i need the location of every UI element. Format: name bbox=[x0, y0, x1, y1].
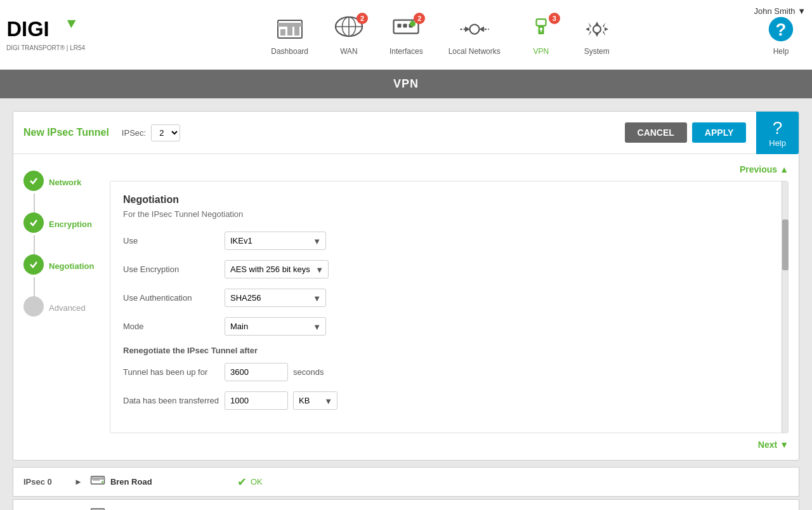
scrollbar-track[interactable] bbox=[782, 181, 788, 433]
step-network: Network bbox=[23, 171, 100, 213]
help-side-label: Help bbox=[769, 138, 786, 148]
item-icon-0 bbox=[90, 474, 105, 490]
use-label: Use bbox=[123, 236, 225, 245]
next-bar: Next ▼ bbox=[110, 440, 789, 450]
nav-item-dashboard[interactable]: Dashboard bbox=[261, 11, 318, 59]
nav-item-wan[interactable]: 2 WAN bbox=[324, 11, 374, 59]
use-select[interactable]: IKEv1 IKEv2 bbox=[225, 232, 326, 250]
step-label-network: Network bbox=[49, 178, 81, 187]
previous-button[interactable]: Previous ▲ bbox=[740, 164, 789, 174]
dashboard-label: Dashboard bbox=[271, 47, 308, 56]
svg-marker-1 bbox=[67, 20, 76, 29]
nav-item-help[interactable]: ? Help bbox=[756, 11, 806, 59]
nav-item-interfaces[interactable]: 2 Interfaces bbox=[380, 11, 433, 59]
dashboard-icon bbox=[275, 14, 305, 44]
mode-select[interactable]: Main Aggressive bbox=[225, 317, 326, 336]
ipsec-item-id-0: IPsec 0 bbox=[23, 477, 74, 487]
tunnel-body: Network Encryption bbox=[13, 154, 799, 460]
help-icon: ? bbox=[766, 14, 796, 44]
data-unit-select[interactable]: KB MB GB bbox=[293, 391, 337, 410]
svg-rect-6 bbox=[294, 25, 299, 36]
svg-rect-21 bbox=[536, 19, 546, 26]
step-label-advanced: Advanced bbox=[49, 303, 86, 313]
next-icon: ▼ bbox=[780, 440, 789, 450]
main-panel: Previous ▲ Negotiation For the IPsec Tun… bbox=[110, 164, 789, 450]
renegotiate-section: Renegotiate the IPsec Tunnel after bbox=[123, 346, 775, 355]
user-menu[interactable]: John Smith ▼ bbox=[754, 6, 806, 16]
svg-rect-4 bbox=[280, 29, 285, 36]
use-select-wrapper[interactable]: IKEv1 IKEv2 ▼ bbox=[225, 232, 326, 250]
mode-select-wrapper[interactable]: Main Aggressive ▼ bbox=[225, 317, 326, 336]
status-check-1: ✔ bbox=[237, 507, 247, 511]
ipsec-list-item-1[interactable]: IPsec 1 ► Logrono ✔ OK bbox=[13, 499, 799, 510]
svg-marker-19 bbox=[465, 26, 470, 32]
local-networks-icon bbox=[459, 14, 490, 44]
use-encryption-select-wrapper[interactable]: AES with 256 bit keys AES with 128 bit k… bbox=[225, 260, 329, 278]
form-row-tunnel-up: Tunnel has been up for seconds bbox=[123, 363, 775, 381]
ipsec-select-wrapper[interactable]: 2 bbox=[151, 124, 180, 141]
svg-rect-5 bbox=[287, 27, 292, 36]
status-check-0: ✔ bbox=[237, 475, 247, 489]
negotiation-title: Negotiation bbox=[123, 194, 775, 206]
vpn-label: VPN bbox=[533, 47, 549, 56]
wan-badge: 2 bbox=[357, 13, 368, 24]
wan-icon: 2 bbox=[334, 14, 364, 44]
expand-arrow-0[interactable]: ► bbox=[74, 477, 82, 487]
use-encryption-label: Use Encryption bbox=[123, 265, 225, 274]
svg-rect-29 bbox=[91, 478, 104, 480]
tunnel-up-label: Tunnel has been up for bbox=[123, 367, 225, 377]
page-title-bar: VPN bbox=[0, 70, 812, 98]
negotiation-subtitle: For the IPsec Tunnel Negotiation bbox=[123, 209, 775, 219]
item-icon-1 bbox=[90, 506, 105, 510]
ipsec-item-name-0: Bren Road bbox=[110, 477, 237, 487]
use-auth-select[interactable]: SHA256 SHA1 MD5 bbox=[225, 289, 326, 307]
form-row-data-transferred: Data has been transferred KB MB GB ▼ bbox=[123, 391, 775, 410]
previous-label: Previous bbox=[740, 164, 777, 174]
svg-text:DIGI: DIGI bbox=[6, 18, 49, 41]
header: DIGI DIGI TRANSPORT® | LR54 Dashboard bbox=[0, 0, 812, 70]
interfaces-label: Interfaces bbox=[390, 47, 423, 56]
scrollbar-thumb[interactable] bbox=[782, 219, 789, 270]
ipsec-select[interactable]: 2 bbox=[151, 124, 180, 141]
vpn-icon: 3 bbox=[526, 14, 556, 44]
previous-icon: ▲ bbox=[780, 164, 789, 174]
svg-point-16 bbox=[469, 24, 479, 34]
nav-item-vpn[interactable]: 3 VPN bbox=[516, 11, 566, 59]
logo-area: DIGI DIGI TRANSPORT® | LR54 bbox=[6, 18, 108, 51]
data-transferred-input[interactable] bbox=[225, 391, 288, 410]
svg-point-30 bbox=[102, 481, 103, 483]
step-label-encryption: Encryption bbox=[49, 219, 92, 229]
use-encryption-select[interactable]: AES with 256 bit keys AES with 128 bit k… bbox=[225, 260, 329, 278]
form-row-use: Use IKEv1 IKEv2 ▼ bbox=[123, 232, 775, 250]
use-auth-label: Use Authentication bbox=[123, 293, 225, 303]
data-unit-select-wrapper[interactable]: KB MB GB ▼ bbox=[293, 391, 337, 410]
wan-label: WAN bbox=[340, 47, 358, 56]
main-content: New IPsec Tunnel IPSec: 2 CANCEL APPLY ?… bbox=[0, 98, 812, 510]
ipsec-label: IPSec: bbox=[122, 128, 146, 138]
svg-point-23 bbox=[539, 28, 542, 31]
form-row-mode: Mode Main Aggressive ▼ bbox=[123, 317, 775, 336]
help-side-icon: ? bbox=[773, 118, 783, 138]
step-negotiation: Negotiation bbox=[23, 254, 100, 296]
nav-items: Dashboard 2 WAN bbox=[127, 11, 756, 59]
tunnel-up-input[interactable] bbox=[225, 363, 288, 381]
cancel-button[interactable]: CANCEL bbox=[625, 122, 687, 143]
use-auth-select-wrapper[interactable]: SHA256 SHA1 MD5 ▼ bbox=[225, 289, 326, 307]
system-label: System bbox=[584, 47, 610, 56]
steps-sidebar: Network Encryption bbox=[23, 164, 100, 450]
local-networks-label: Local Networks bbox=[449, 47, 501, 56]
next-button[interactable]: Next ▼ bbox=[758, 440, 789, 450]
username: John Smith bbox=[754, 6, 795, 16]
tunnel-header-row: New IPsec Tunnel IPSec: 2 CANCEL APPLY ?… bbox=[13, 112, 799, 154]
ipsec-list-item-0[interactable]: IPsec 0 ► Bren Road ✔ OK bbox=[13, 467, 799, 497]
prev-bar: Previous ▲ bbox=[110, 164, 789, 174]
header-buttons: CANCEL APPLY bbox=[625, 122, 747, 143]
help-side-button[interactable]: ? Help bbox=[756, 112, 799, 154]
nav-item-local-networks[interactable]: Local Networks bbox=[439, 11, 510, 59]
apply-button[interactable]: APPLY bbox=[692, 122, 746, 143]
next-label: Next bbox=[758, 440, 777, 450]
step-encryption: Encryption bbox=[23, 213, 100, 254]
mode-label: Mode bbox=[123, 322, 225, 331]
interfaces-badge: 2 bbox=[414, 13, 425, 24]
nav-item-system[interactable]: System bbox=[572, 11, 622, 59]
